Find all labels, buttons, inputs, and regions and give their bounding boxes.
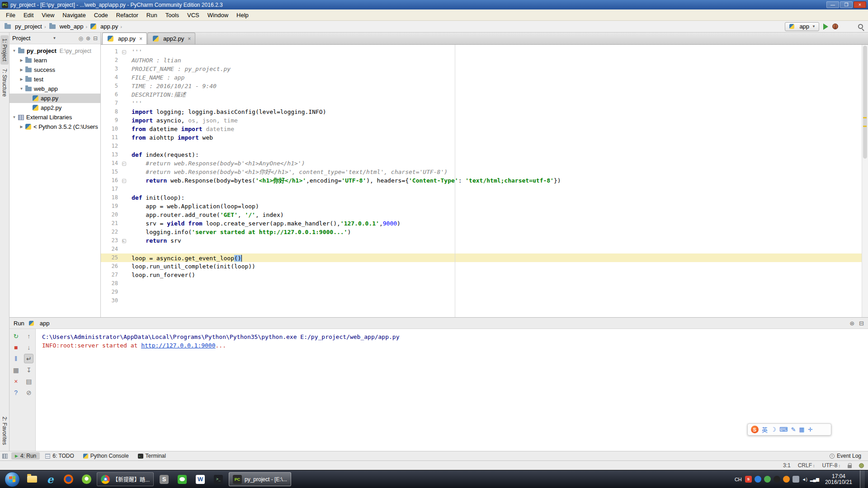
run-tab-label[interactable]: Run <box>14 320 24 327</box>
debug-button[interactable] <box>832 23 838 29</box>
sogou-keyboard-icon[interactable]: ⌨ <box>779 426 788 433</box>
run-button[interactable] <box>823 23 828 30</box>
collapsed-arrow-icon[interactable]: ▶ <box>19 125 24 129</box>
close-tab-icon[interactable]: × <box>188 36 191 42</box>
clear-all-button[interactable]: ⊘ <box>24 388 33 397</box>
line-separator-widget[interactable]: CRLF↕ <box>798 462 815 469</box>
tree-item-success[interactable]: ▶success <box>9 65 100 75</box>
sogou-tray-icon[interactable]: S <box>745 476 752 483</box>
download-tray-icon[interactable] <box>783 476 790 483</box>
help-button[interactable]: ? <box>11 388 21 397</box>
menu-item-run[interactable]: Run <box>142 10 161 20</box>
caret-position-widget[interactable]: 3:1 <box>783 462 791 469</box>
close-button[interactable]: × <box>11 376 21 386</box>
fold-marker-icon[interactable]: − <box>120 47 128 56</box>
fold-marker-icon[interactable]: ∟ <box>120 236 128 245</box>
breadcrumb-item-web-app[interactable]: web_app <box>48 23 84 30</box>
search-everywhere-icon[interactable] <box>858 24 863 29</box>
line-number[interactable]: 29 <box>101 288 120 296</box>
start-button[interactable] <box>5 472 20 487</box>
line-number[interactable]: 22 <box>101 228 120 236</box>
line-number[interactable]: 13 <box>101 150 120 159</box>
menu-item-edit[interactable]: Edit <box>19 10 38 20</box>
menu-item-file[interactable]: File <box>2 10 19 20</box>
tool-button-2-favorites[interactable]: 2: Favorites <box>0 413 9 448</box>
sogou-taskbar-icon[interactable]: S <box>155 472 173 487</box>
line-number[interactable]: 21 <box>101 219 120 228</box>
tool-window-button-4-run[interactable]: ▶4: Run <box>11 452 40 460</box>
line-number[interactable]: 3 <box>101 65 120 73</box>
editor-scrollbar[interactable] <box>862 45 868 317</box>
tool-window-button-6-todo[interactable]: 6: TODO <box>42 452 78 460</box>
sogou-settings-icon[interactable]: ✛ <box>808 426 813 433</box>
firefox-taskbar-icon[interactable] <box>59 472 77 487</box>
tree-item-learn[interactable]: ▶learn <box>9 56 100 65</box>
menu-item-view[interactable]: View <box>38 10 58 20</box>
internet-explorer-taskbar-icon[interactable]: e <box>41 472 59 487</box>
line-number[interactable]: 28 <box>101 279 120 288</box>
sogou-logo-icon[interactable]: S <box>751 426 759 433</box>
editor[interactable]: 1−'''2AUTHOR : ltian3PROJECT_NAME : py_p… <box>101 45 868 317</box>
tree-item-app-py[interactable]: app.py <box>9 94 100 103</box>
menu-item-window[interactable]: Window <box>203 10 232 20</box>
tool-window-button-python-console[interactable]: Python Console <box>80 452 132 460</box>
sogou-half-width-icon[interactable]: ☽ <box>771 426 776 433</box>
settings-gear-icon[interactable]: ⊛ <box>849 320 854 327</box>
warning-stripe-mark[interactable] <box>863 117 867 118</box>
line-number[interactable]: 15 <box>101 168 120 176</box>
print-button[interactable]: ▤ <box>24 376 33 386</box>
line-number[interactable]: 24 <box>101 245 120 253</box>
breadcrumb-item-py-project[interactable]: py_project <box>4 23 42 30</box>
menu-item-tools[interactable]: Tools <box>161 10 183 20</box>
tree-item-web-app[interactable]: ▼web_app <box>9 84 100 94</box>
line-number[interactable]: 30 <box>101 296 120 305</box>
tree-item-external-libraries[interactable]: ▼External Libraries <box>9 113 100 122</box>
expanded-arrow-icon[interactable]: ▼ <box>11 115 17 119</box>
console-link[interactable]: http://127.0.0.1:9000 <box>141 342 215 349</box>
tool-window-switcher-icon[interactable] <box>2 454 8 459</box>
line-number[interactable]: 12 <box>101 142 120 150</box>
collapsed-arrow-icon[interactable]: ▶ <box>19 68 24 72</box>
line-number[interactable]: 17 <box>101 185 120 193</box>
menu-item-navigate[interactable]: Navigate <box>58 10 90 20</box>
pycharm-window-button[interactable]: PCpy_project - [E:\... <box>229 472 291 486</box>
line-number[interactable]: 1 <box>101 47 120 56</box>
line-number[interactable]: 8 <box>101 108 120 116</box>
console-output[interactable]: C:\Users\Administrator\AppData\Local\Pro… <box>36 329 868 451</box>
sogou-toolbox-icon[interactable]: ▦ <box>799 426 804 433</box>
security-tray-icon[interactable] <box>755 476 761 483</box>
expanded-arrow-icon[interactable]: ▼ <box>11 49 17 53</box>
breadcrumb-item-app-py[interactable]: app.py <box>90 23 118 30</box>
line-number[interactable]: 6 <box>101 90 120 99</box>
volume-tray-icon[interactable]: ◄) <box>802 477 807 482</box>
chrome-window-button[interactable]: 【新提醒】踏... <box>97 472 154 486</box>
console-app-taskbar-icon[interactable]: >_ <box>209 472 227 487</box>
sogou-lang-mode-icon[interactable]: 英 <box>762 425 768 434</box>
scrollbar-thumb[interactable] <box>863 46 867 159</box>
word-taskbar-icon[interactable]: W <box>191 472 209 487</box>
line-number[interactable]: 19 <box>101 202 120 211</box>
tool-button-1-project[interactable]: 1: Project <box>0 35 9 65</box>
expanded-arrow-icon[interactable]: ▼ <box>19 87 24 91</box>
tree-item-app2-py[interactable]: app2.py <box>9 103 100 113</box>
editor-tab-app2-py[interactable]: app2.py× <box>147 33 195 44</box>
settings-gear-icon[interactable]: ⊛ <box>86 35 90 42</box>
tree-item-py-project[interactable]: ▼py_projectE:\py_project <box>9 46 100 56</box>
pause-output-button[interactable]: ‖ <box>11 354 21 363</box>
tree-item-test[interactable]: ▶test <box>9 75 100 84</box>
menu-item-vcs[interactable]: VCS <box>183 10 203 20</box>
editor-tab-app-py[interactable]: app.py× <box>102 33 147 44</box>
minimize-button[interactable]: — <box>826 1 839 8</box>
tool-window-button-event-log[interactable]: Event Log <box>826 452 865 460</box>
hide-panel-icon[interactable]: ⊟ <box>859 320 864 327</box>
language-indicator[interactable]: CH <box>735 477 742 482</box>
line-number[interactable]: 5 <box>101 82 120 90</box>
browser-360-taskbar-icon[interactable] <box>77 472 95 487</box>
show-desktop-button[interactable] <box>860 470 865 488</box>
line-number[interactable]: 10 <box>101 125 120 133</box>
close-tab-icon[interactable]: × <box>139 36 142 42</box>
tool-window-button-terminal[interactable]: >_Terminal <box>134 452 170 460</box>
fold-marker-icon[interactable]: − <box>120 176 128 185</box>
hide-panel-icon[interactable]: ⊟ <box>93 35 98 42</box>
readonly-lock-icon[interactable] <box>848 465 852 468</box>
